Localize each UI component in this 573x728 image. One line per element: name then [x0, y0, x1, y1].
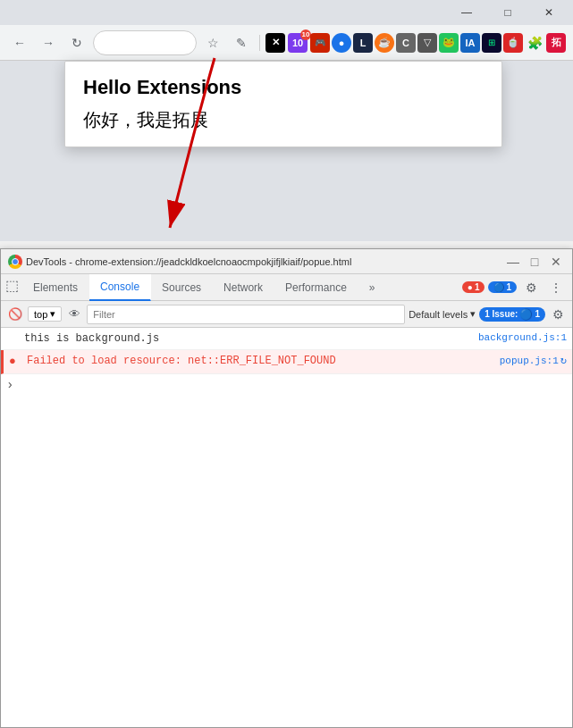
inspect-element-icon[interactable]: ⬚	[1, 274, 22, 296]
log-line-source[interactable]: background.js:1	[478, 331, 567, 346]
ext-icon-1[interactable]: ✕	[265, 33, 285, 53]
devtools-more-icon[interactable]: ⋮	[545, 277, 567, 298]
prompt-chevron-icon: ›	[6, 378, 13, 392]
ext-icon-2[interactable]: 10 10	[287, 32, 308, 54]
console-error-line: ● Failed to load resource: net::ERR_FILE…	[1, 350, 572, 374]
devtools-maximize-button[interactable]: □	[526, 253, 544, 271]
ext-icon-11[interactable]: ⊞	[482, 33, 501, 53]
devtools-window: DevTools - chrome-extension://jeadckldko…	[0, 248, 573, 728]
issue-count: 1	[535, 309, 540, 319]
ext-icon-12[interactable]: 🍵	[503, 33, 523, 53]
log-line-content: this is background.js	[24, 331, 471, 347]
eye-icon[interactable]: 👁	[65, 305, 83, 323]
ext-icon-5[interactable]: L	[353, 33, 373, 53]
minimize-button[interactable]: —	[446, 0, 487, 25]
devtools-settings-icon[interactable]: ⚙	[520, 277, 542, 298]
error-badge: ● 1	[462, 281, 485, 293]
context-selector[interactable]: top ▾	[28, 306, 62, 322]
edit-icon[interactable]: ✎	[229, 30, 254, 55]
browser-toolbar: ← → ↻ ☆ ✎ ✕ 10 10 🎮 ● L ☕ C ▽ 🐸 IA ⊞ 🍵 🧩	[0, 25, 573, 61]
console-empty-area	[1, 396, 572, 539]
error-count: 1	[475, 282, 480, 292]
browser-chrome: — □ ✕ ← → ↻ ☆ ✎ ✕ 10 10 🎮 ● L ☕ C ▽ 🐸 IA	[0, 0, 573, 241]
extension-icons: ✕ 10 10 🎮 ● L ☕ C ▽ 🐸 IA ⊞ 🍵 🧩 拓	[265, 32, 566, 54]
ext-icon-13[interactable]: 拓	[546, 33, 566, 53]
maximize-button[interactable]: □	[487, 0, 528, 25]
console-settings-icon[interactable]: ⚙	[549, 305, 567, 323]
console-output: this is background.js background.js:1 ● …	[1, 328, 572, 727]
extensions-button[interactable]: 🧩	[525, 33, 544, 53]
ext-icon-8[interactable]: ▽	[417, 33, 437, 53]
devtools-title: DevTools - chrome-extension://jeadckldko…	[26, 256, 501, 267]
chrome-icon	[8, 255, 22, 269]
tab-more[interactable]: »	[358, 274, 387, 300]
ext-icon-7[interactable]: C	[396, 33, 416, 53]
ext-icon-6[interactable]: ☕	[375, 33, 394, 53]
tab-console[interactable]: Console	[89, 274, 151, 301]
popup-subtitle: 你好，我是拓展	[83, 108, 484, 132]
error-line-icon: ●	[9, 353, 23, 371]
console-log-line: this is background.js background.js:1	[1, 328, 572, 350]
devtools-minimize-button[interactable]: —	[504, 253, 522, 271]
message-icon: 🔵	[493, 282, 504, 292]
issue-icon: 🔵	[519, 308, 533, 321]
popup-title: Hello Extensions	[83, 76, 484, 99]
default-levels-label: Default levels	[409, 309, 468, 320]
filter-input[interactable]	[87, 305, 405, 324]
devtools-tabs: ⬚ Elements Console Sources Network Perfo…	[1, 274, 572, 301]
context-chevron: ▾	[50, 308, 55, 320]
browser-top-bar: — □ ✕	[0, 0, 573, 25]
bookmark-icon[interactable]: ☆	[200, 30, 225, 55]
error-line-source[interactable]: popup.js:1	[500, 354, 559, 369]
devtools-titlebar: DevTools - chrome-extension://jeadckldko…	[1, 249, 572, 274]
ext-icon-10[interactable]: IA	[460, 33, 480, 53]
default-levels-button[interactable]: Default levels ▾	[409, 308, 476, 320]
tab-network[interactable]: Network	[213, 274, 274, 300]
devtools-tabs-right: ● 1 🔵 1 ⚙ ⋮	[462, 274, 572, 300]
back-button[interactable]: ←	[7, 30, 32, 55]
error-refresh-icon[interactable]: ↻	[560, 353, 567, 369]
error-icon: ●	[468, 282, 473, 292]
console-toolbar: 🚫 top ▾ 👁 Default levels ▾ 1 Issue: 🔵 1 …	[1, 301, 572, 328]
address-bar[interactable]	[93, 30, 197, 55]
ext-icon-3[interactable]: 🎮	[310, 33, 330, 53]
tab-elements[interactable]: Elements	[22, 274, 89, 300]
issue-count-label: 1 Issue:	[485, 309, 518, 319]
message-badge: 🔵 1	[488, 281, 517, 293]
devtools-close-button[interactable]: ✕	[547, 253, 565, 271]
error-line-content: Failed to load resource: net::ERR_FILE_N…	[27, 353, 485, 369]
message-count: 1	[506, 282, 511, 292]
separator	[259, 35, 260, 51]
forward-button[interactable]: →	[36, 30, 61, 55]
extension-popup: Hello Extensions 你好，我是拓展	[64, 61, 502, 147]
console-prompt[interactable]: ›	[1, 374, 572, 396]
ext-icon-4[interactable]: ●	[332, 33, 351, 53]
close-button[interactable]: ✕	[528, 0, 569, 25]
reload-button[interactable]: ↻	[64, 30, 89, 55]
ext-icon-9[interactable]: 🐸	[439, 33, 459, 53]
context-label: top	[34, 309, 47, 320]
issue-badge[interactable]: 1 Issue: 🔵 1	[479, 307, 545, 322]
levels-chevron: ▾	[470, 308, 476, 320]
tab-sources[interactable]: Sources	[151, 274, 213, 300]
tab-performance[interactable]: Performance	[274, 274, 358, 300]
ban-icon[interactable]: 🚫	[6, 305, 24, 323]
